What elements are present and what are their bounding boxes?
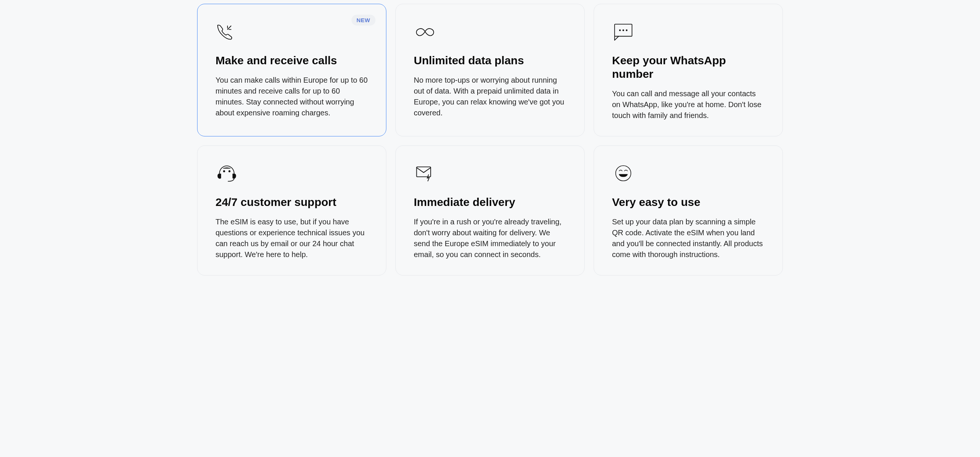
feature-card-support: 24/7 customer support The eSIM is easy t… — [197, 145, 387, 275]
feature-title: Unlimited data plans — [414, 54, 566, 67]
feature-card-whatsapp: Keep your WhatsApp number You can call a… — [593, 4, 783, 136]
feature-body: Set up your data plan by scanning a simp… — [612, 216, 764, 260]
new-badge: NEW — [352, 14, 376, 26]
feature-card-delivery: Immediate delivery If you're in a rush o… — [395, 145, 585, 275]
feature-body: No more top-ups or worrying about runnin… — [414, 75, 566, 118]
svg-point-1 — [620, 30, 620, 31]
feature-title: Make and receive calls — [216, 54, 368, 67]
infinity-icon — [414, 22, 566, 45]
email-fast-icon — [414, 164, 566, 186]
svg-point-5 — [229, 171, 230, 172]
svg-point-3 — [626, 30, 627, 31]
feature-title: Keep your WhatsApp number — [612, 54, 764, 81]
smile-icon — [612, 164, 764, 186]
feature-title: Very easy to use — [612, 195, 764, 209]
svg-point-2 — [623, 30, 624, 31]
svg-point-4 — [223, 171, 225, 172]
headset-icon — [216, 164, 368, 186]
feature-body: The eSIM is easy to use, but if you have… — [216, 216, 368, 260]
feature-title: 24/7 customer support — [216, 195, 368, 209]
feature-title: Immediate delivery — [414, 195, 566, 209]
features-grid: NEW Make and receive calls You can make … — [197, 4, 783, 275]
chat-icon — [612, 22, 764, 45]
feature-body: You can call and message all your contac… — [612, 88, 764, 121]
phone-icon — [216, 22, 368, 45]
feature-body: If you're in a rush or you're already tr… — [414, 216, 566, 260]
feature-card-unlimited: Unlimited data plans No more top-ups or … — [395, 4, 585, 136]
svg-point-7 — [616, 166, 631, 181]
feature-card-easy: Very easy to use Set up your data plan b… — [593, 145, 783, 275]
feature-card-calls: NEW Make and receive calls You can make … — [197, 4, 387, 136]
feature-body: You can make calls within Europe for up … — [216, 75, 368, 118]
